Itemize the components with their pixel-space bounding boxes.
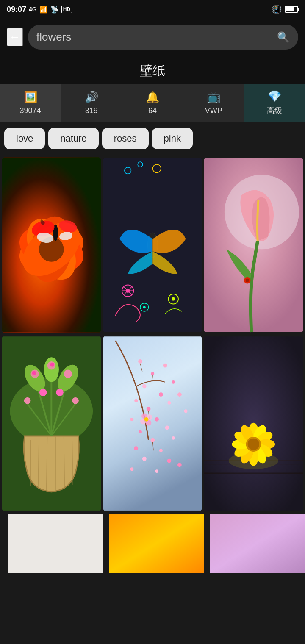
svg-point-62 [159, 392, 163, 397]
search-container: ← flowers 🔍 [0, 19, 305, 56]
svg-point-48 [32, 371, 36, 375]
svg-rect-56 [103, 336, 202, 511]
tab-vwp[interactable]: 📺 VWP [183, 84, 244, 122]
svg-point-54 [39, 389, 47, 397]
category-tabs: 🖼️ 39074 🔊 319 🔔 64 📺 VWP 💎 高级 [0, 84, 305, 122]
svg-point-51 [64, 370, 72, 378]
svg-point-52 [24, 397, 31, 404]
tab-ringtone[interactable]: 🔊 319 [61, 84, 122, 122]
battery-icon [285, 6, 298, 13]
wallpaper-item[interactable] [103, 514, 210, 573]
wallpaper-grid [0, 155, 305, 575]
wallpaper-item[interactable] [204, 335, 303, 512]
svg-point-108 [248, 439, 259, 450]
svg-point-53 [72, 397, 79, 404]
svg-point-71 [139, 430, 142, 433]
svg-point-55 [56, 389, 64, 397]
ringtone-tab-label: 319 [85, 106, 98, 115]
svg-point-70 [165, 426, 169, 430]
svg-point-73 [172, 436, 175, 440]
svg-point-77 [167, 459, 171, 463]
wallpaper-item[interactable] [2, 335, 101, 512]
tag-nature[interactable]: nature [48, 128, 98, 149]
svg-point-74 [134, 447, 138, 451]
svg-point-80 [177, 463, 182, 467]
svg-rect-110 [8, 514, 103, 573]
svg-point-67 [184, 410, 187, 413]
svg-point-66 [177, 392, 182, 397]
wallpaper-item[interactable] [2, 157, 101, 333]
svg-point-69 [130, 418, 133, 421]
vwp-tab-label: VWP [205, 106, 222, 115]
search-bar[interactable]: flowers 🔍 [28, 25, 298, 50]
vwp-tab-icon: 📺 [207, 91, 220, 104]
signal-icon: 📶 [39, 6, 48, 14]
ringtone-tab-icon: 🔊 [85, 91, 98, 104]
time-display: 09:07 [7, 5, 26, 14]
wifi-icon: 📡 [50, 6, 59, 14]
svg-rect-112 [210, 514, 305, 573]
svg-point-63 [134, 399, 138, 402]
tag-pink[interactable]: pink [152, 128, 193, 149]
svg-point-59 [163, 364, 167, 368]
wallpaper-item[interactable] [204, 514, 305, 573]
svg-point-58 [151, 372, 154, 376]
wallpaper-item[interactable] [103, 335, 202, 512]
advanced-tab-icon: 💎 [268, 90, 281, 103]
tag-love[interactable]: love [4, 128, 45, 149]
notification-tab-label: 64 [148, 106, 157, 115]
svg-point-26 [143, 306, 146, 308]
svg-point-72 [150, 438, 155, 442]
svg-point-50 [50, 363, 54, 367]
network-type-icon: 4G [29, 6, 37, 13]
svg-point-75 [159, 449, 163, 452]
back-button[interactable]: ← [7, 28, 23, 46]
search-icon[interactable]: 🔍 [277, 31, 290, 43]
svg-point-65 [146, 407, 150, 411]
svg-rect-111 [109, 514, 204, 573]
wallpaper-item[interactable] [103, 157, 202, 333]
wallpaper-tab-icon: 🖼️ [24, 91, 37, 104]
tab-notification[interactable]: 🔔 64 [122, 84, 183, 122]
tab-advanced[interactable]: 💎 高级 [244, 84, 305, 122]
svg-point-79 [155, 469, 158, 473]
tag-roses[interactable]: roses [102, 128, 149, 149]
svg-point-60 [172, 380, 175, 384]
svg-point-24 [172, 297, 175, 301]
vibrate-icon: 📳 [272, 5, 281, 14]
wallpaper-tab-label: 39074 [20, 106, 41, 115]
notification-tab-icon: 🔔 [146, 91, 159, 104]
hd-icon: HD [61, 6, 72, 13]
tab-wallpaper[interactable]: 🖼️ 39074 [0, 84, 61, 122]
svg-point-30 [246, 279, 249, 282]
svg-point-64 [167, 401, 171, 405]
status-left: 09:07 4G 📶 📡 HD [7, 5, 72, 14]
tag-row: love nature roses pink [0, 122, 305, 155]
svg-point-57 [138, 359, 142, 364]
wallpaper-item[interactable] [2, 514, 108, 573]
svg-point-61 [142, 384, 147, 389]
wallpaper-item[interactable] [204, 157, 303, 333]
status-bar: 09:07 4G 📶 📡 HD 📳 [0, 0, 305, 19]
advanced-tab-label: 高级 [267, 105, 282, 116]
status-right: 📳 [272, 5, 298, 14]
svg-point-89 [144, 417, 148, 422]
svg-point-78 [130, 467, 133, 471]
svg-point-76 [142, 457, 147, 461]
svg-point-68 [155, 417, 159, 422]
page-title: 壁纸 [0, 56, 305, 84]
search-input-value: flowers [36, 31, 272, 44]
